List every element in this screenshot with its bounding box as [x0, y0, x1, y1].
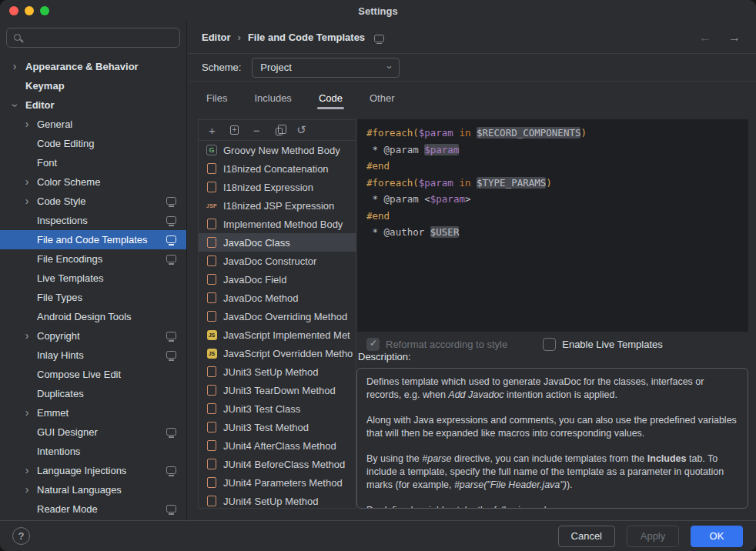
sidebar-item-inlay-hints[interactable]: Inlay Hints	[0, 346, 186, 365]
breadcrumb-section[interactable]: Editor	[202, 32, 231, 43]
template-name: I18nized Expression	[223, 182, 313, 193]
sidebar-item-language-injections[interactable]: ›Language Injections	[0, 461, 186, 480]
create-child-template-button[interactable]: +	[226, 122, 243, 139]
sidebar-item-compose-live-edit[interactable]: Compose Live Edit	[0, 365, 186, 384]
template-name: JavaDoc Overriding Method	[223, 311, 347, 322]
description-text: Predefined variables take the following …	[366, 505, 564, 509]
template-item-junit4-setup-method[interactable]: JUnit4 SetUp Method	[199, 492, 356, 509]
cancel-button[interactable]: Cancel	[558, 526, 615, 547]
template-item-javadoc-method[interactable]: JavaDoc Method	[199, 289, 356, 307]
ok-button[interactable]: OK	[691, 526, 743, 547]
template-item-implemented-method-body[interactable]: Implemented Method Body	[199, 215, 356, 233]
settings-search[interactable]	[6, 28, 180, 48]
scheme-label: Scheme:	[202, 62, 241, 73]
sidebar-item-code-editing[interactable]: Code Editing	[0, 134, 186, 153]
template-item-javadoc-field[interactable]: JavaDoc Field	[199, 270, 356, 289]
sidebar-item-font[interactable]: Font	[0, 153, 186, 172]
template-item-junit3-test-class[interactable]: JUnit3 Test Class	[199, 399, 356, 418]
tpl-file-icon	[206, 255, 218, 267]
description-box[interactable]: Defines template which used to generate …	[356, 368, 748, 509]
copy-template-button[interactable]	[271, 122, 287, 139]
template-name: JavaDoc Field	[223, 274, 286, 286]
reset-template-button[interactable]: ↺	[293, 122, 309, 139]
template-code-editor[interactable]: #foreach($param in $RECORD_COMPONENTS) *…	[357, 119, 748, 332]
sidebar-item-file-encodings[interactable]: File Encodings	[0, 249, 186, 269]
screen-icon	[166, 255, 176, 262]
template-item-i18nized-jsp-expression[interactable]: JSPI18nized JSP Expression	[199, 196, 356, 215]
sidebar-item-general[interactable]: ›General	[0, 115, 186, 134]
reformat-checkbox[interactable]: Reformat according to style	[366, 338, 507, 351]
template-item-junit3-setup-method[interactable]: JUnit3 SetUp Method	[199, 362, 356, 381]
sidebar-item-label: Reader Mode	[37, 503, 98, 515]
settings-tree: ›Appearance & BehaviorKeymap›Editor›Gene…	[0, 57, 186, 519]
template-item-javadoc-class[interactable]: JavaDoc Class	[199, 233, 356, 252]
chevron-right-icon[interactable]: ›	[22, 407, 32, 419]
sidebar-item-editor[interactable]: ›Editor	[0, 95, 186, 115]
template-item-javascript-overridden-metho[interactable]: JSJavaScript Overridden Metho	[199, 344, 356, 362]
template-item-junit3-test-method[interactable]: JUnit3 Test Method	[199, 418, 356, 436]
template-item-javadoc-overriding-method[interactable]: JavaDoc Overriding Method	[199, 307, 356, 326]
close-button[interactable]	[9, 6, 18, 15]
chevron-right-icon[interactable]: ›	[22, 484, 32, 496]
template-item-javadoc-constructor[interactable]: JavaDoc Constructor	[199, 252, 356, 270]
template-name: JavaDoc Class	[223, 237, 290, 249]
sidebar-item-color-scheme[interactable]: ›Color Scheme	[0, 172, 186, 192]
remove-template-button[interactable]: −	[249, 122, 265, 139]
enable-live-templates-checkbox[interactable]: Enable Live Templates	[543, 338, 663, 351]
back-icon[interactable]: ←	[699, 31, 711, 45]
chevron-right-icon[interactable]: ›	[9, 61, 20, 73]
chevron-right-icon[interactable]: ›	[22, 176, 32, 189]
sidebar-item-inspections[interactable]: Inspections	[0, 211, 186, 230]
forward-icon[interactable]: →	[728, 31, 741, 45]
tab-other[interactable]: Other	[368, 86, 396, 113]
sidebar-item-emmet[interactable]: ›Emmet	[0, 403, 186, 422]
window-title: Settings	[358, 5, 397, 17]
template-item-javascript-implemented-met[interactable]: JSJavaScript Implemented Met	[199, 326, 356, 344]
template-item-i18nized-concatenation[interactable]: I18nized Concatenation	[199, 159, 356, 178]
template-item-i18nized-expression[interactable]: I18nized Expression	[199, 178, 356, 196]
sidebar-item-code-style[interactable]: ›Code Style	[0, 192, 186, 211]
chevron-right-icon[interactable]: ›	[22, 465, 32, 477]
sidebar-item-reader-mode[interactable]: Reader Mode	[0, 499, 186, 519]
chevron-right-icon[interactable]: ›	[22, 119, 32, 131]
template-item-groovy-new-method-body[interactable]: GGroovy New Method Body	[199, 141, 356, 159]
template-item-junit4-parameters-method[interactable]: JUnit4 Parameters Method	[199, 473, 356, 492]
template-item-junit4-beforeclass-method[interactable]: JUnit4 BeforeClass Method	[199, 455, 356, 473]
sidebar-item-intentions[interactable]: Intentions	[0, 442, 186, 461]
tab-includes[interactable]: Includes	[253, 86, 293, 113]
scheme-select[interactable]: Project ›	[252, 58, 400, 78]
sidebar-item-gui-designer[interactable]: GUI Designer	[0, 422, 186, 442]
sidebar-item-copyright[interactable]: ›Copyright	[0, 326, 186, 346]
search-input[interactable]	[28, 32, 173, 44]
template-name: JUnit3 SetUp Method	[223, 366, 319, 378]
code-line: #foreach($param in $TYPE_PARAMS)	[366, 175, 739, 192]
sidebar-item-android-design-tools[interactable]: Android Design Tools	[0, 307, 186, 326]
template-item-junit4-afterclass-method[interactable]: JUnit4 AfterClass Method	[199, 436, 356, 455]
tab-code[interactable]: Code	[317, 86, 344, 113]
apply-button[interactable]: Apply	[627, 526, 679, 547]
sidebar-item-live-templates[interactable]: Live Templates	[0, 269, 186, 288]
description-paragraph: By using the #parse directive, you can i…	[366, 452, 738, 492]
zoom-button[interactable]	[40, 6, 49, 15]
chevron-right-icon[interactable]: ›	[22, 195, 32, 208]
sidebar-item-label: GUI Designer	[37, 426, 98, 438]
tab-files[interactable]: Files	[205, 86, 229, 113]
tpl-file-icon	[206, 439, 218, 452]
chevron-down-icon[interactable]: ›	[8, 100, 21, 111]
sidebar-item-appearance-behavior[interactable]: ›Appearance & Behavior	[0, 57, 186, 76]
sidebar-item-file-and-code-templates[interactable]: File and Code Templates	[0, 230, 186, 249]
help-button[interactable]: ?	[12, 527, 30, 545]
add-template-button[interactable]: +	[204, 122, 220, 139]
sidebar-item-duplicates[interactable]: Duplicates	[0, 384, 186, 403]
tpl-file-icon	[206, 273, 218, 286]
template-item-junit3-teardown-method[interactable]: JUnit3 TearDown Method	[199, 381, 356, 399]
sidebar-item-label: Code Style	[37, 195, 86, 207]
minimize-button[interactable]	[25, 6, 34, 15]
sidebar-item-file-types[interactable]: File Types	[0, 288, 186, 307]
sidebar-item-label: Appearance & Behavior	[25, 61, 139, 72]
sidebar-item-label: File and Code Templates	[37, 234, 148, 245]
chevron-right-icon[interactable]: ›	[22, 330, 32, 342]
sidebar-item-natural-languages[interactable]: ›Natural Languages	[0, 480, 186, 499]
sidebar-item-keymap[interactable]: Keymap	[0, 76, 186, 95]
description-paragraph: Predefined variables take the following …	[366, 504, 738, 509]
